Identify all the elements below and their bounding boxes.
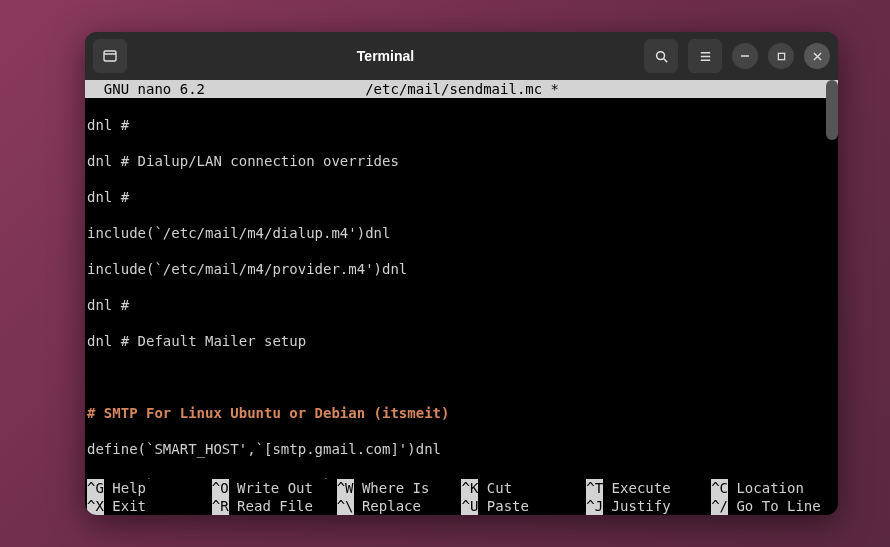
close-icon [813, 52, 822, 61]
shortcut-location: ^C Location [711, 479, 836, 497]
svg-point-1 [656, 51, 664, 59]
footer-row-1: ^G Help ^O Write Out ^W Where Is ^K Cut … [87, 479, 836, 497]
terminal-window: Terminal GNU nan [85, 32, 838, 515]
maximize-icon [777, 52, 786, 61]
scrollbar-thumb[interactable] [826, 80, 838, 140]
footer-row-2: ^X Exit ^R Read File ^\ Replace ^U Paste… [87, 497, 836, 515]
comment-line: # SMTP For Linux Ubuntu or Debian (itsme… [87, 404, 836, 422]
code-line: dnl # Dialup/LAN connection overrides [87, 152, 836, 170]
minimize-button[interactable] [732, 43, 758, 69]
nano-version: GNU nano 6.2 [87, 81, 205, 97]
shortcut-writeout: ^O Write Out [212, 479, 337, 497]
search-icon [654, 49, 669, 64]
titlebar: Terminal [85, 32, 838, 80]
svg-rect-0 [104, 51, 116, 61]
shortcut-exit: ^X Exit [87, 497, 212, 515]
code-line: dnl # Default Mailer setup [87, 332, 836, 350]
svg-rect-2 [778, 53, 784, 59]
nano-header: GNU nano 6.2 /etc/mail/sendmail.mc * [85, 80, 838, 98]
shortcut-cut: ^K Cut [461, 479, 586, 497]
menu-button[interactable] [688, 39, 722, 73]
search-button[interactable] [644, 39, 678, 73]
hamburger-icon [698, 49, 713, 64]
code-line: dnl # [87, 188, 836, 206]
code-line: dnl # [87, 296, 836, 314]
new-tab-button[interactable] [93, 39, 127, 73]
window-title: Terminal [133, 48, 638, 64]
maximize-button[interactable] [768, 43, 794, 69]
code-line: include(`/etc/mail/m4/provider.m4')dnl [87, 260, 836, 278]
nano-filename: /etc/mail/sendmail.mc * [365, 81, 559, 97]
shortcut-readfile: ^R Read File [212, 497, 337, 515]
editor-content[interactable]: dnl # dnl # Dialup/LAN connection overri… [85, 98, 838, 479]
minimize-icon [740, 51, 750, 61]
close-button[interactable] [804, 43, 830, 69]
shortcut-help: ^G Help [87, 479, 212, 497]
shortcut-replace: ^\ Replace [337, 497, 462, 515]
code-line: include(`/etc/mail/m4/dialup.m4')dnl [87, 224, 836, 242]
shortcut-gotoline: ^/ Go To Line [711, 497, 836, 515]
shortcut-execute: ^T Execute [586, 479, 711, 497]
code-line [87, 368, 836, 386]
terminal-tab-icon [102, 48, 118, 64]
shortcut-justify: ^J Justify [586, 497, 711, 515]
code-line: dnl # [87, 116, 836, 134]
terminal-viewport[interactable]: GNU nano 6.2 /etc/mail/sendmail.mc * dnl… [85, 80, 838, 515]
code-line: define(`SMART_HOST',`[smtp.gmail.com]')d… [87, 440, 836, 458]
shortcut-paste: ^U Paste [461, 497, 586, 515]
nano-footer: ^G Help ^O Write Out ^W Where Is ^K Cut … [85, 479, 838, 515]
shortcut-whereis: ^W Where Is [337, 479, 462, 497]
